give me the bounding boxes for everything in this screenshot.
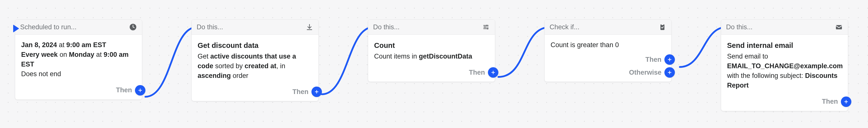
svg-point-1 <box>486 25 488 26</box>
add-then-step-button[interactable] <box>664 54 675 65</box>
node-condition: Count is greater than 0 <box>551 40 665 50</box>
add-step-button[interactable] <box>311 87 322 97</box>
mail-icon <box>835 23 843 31</box>
svg-rect-5 <box>661 24 663 25</box>
add-otherwise-step-button[interactable] <box>664 67 675 78</box>
node-trigger[interactable]: Scheduled to run... Jan 8, 2024 at 9:00 … <box>15 19 142 100</box>
node-check-if[interactable]: Check if... Count is greater than 0 Then… <box>545 19 672 82</box>
node-body: Jan 8, 2024 at 9:00 am ESTEvery week on … <box>15 35 142 84</box>
svg-rect-6 <box>836 25 842 29</box>
node-header: Do this... <box>721 19 848 35</box>
node-count[interactable]: Do this... Count Count items in getDisco… <box>368 19 495 82</box>
then-label: Then <box>116 86 132 94</box>
node-header: Check if... <box>545 19 671 35</box>
node-get-discount-data[interactable]: Do this... Get discount data Get active … <box>191 19 319 101</box>
node-title: Send internal email <box>727 40 842 51</box>
node-body: Send internal email Send email to EMAIL_… <box>721 35 848 95</box>
node-body: Get discount data Get active discounts t… <box>192 35 318 85</box>
node-description: Get active discounts that use a code sor… <box>197 52 312 81</box>
node-body: Count Count items in getDiscountData <box>368 35 495 66</box>
node-body: Count is greater than 0 <box>545 35 671 54</box>
node-description: Count items in getDiscountData <box>374 52 489 61</box>
node-header-label: Scheduled to run... <box>20 23 76 31</box>
node-header-label: Do this... <box>726 23 753 31</box>
then-label: Then <box>646 56 662 63</box>
svg-rect-4 <box>660 24 664 30</box>
node-header-label: Check if... <box>550 23 580 31</box>
node-header: Do this... <box>368 19 495 35</box>
otherwise-label: Otherwise <box>629 69 661 76</box>
svg-point-3 <box>487 28 488 29</box>
add-step-button[interactable] <box>488 67 498 78</box>
then-label: Then <box>292 88 309 96</box>
workflow-canvas[interactable]: Scheduled to run... Jan 8, 2024 at 9:00 … <box>0 0 868 128</box>
node-header: Scheduled to run... <box>15 19 142 35</box>
download-icon <box>306 23 313 31</box>
add-step-button[interactable] <box>841 96 851 107</box>
node-header-label: Do this... <box>373 23 400 31</box>
node-header: Do this... <box>192 19 318 35</box>
then-label: Then <box>822 98 838 105</box>
node-send-email[interactable]: Do this... Send internal email Send emai… <box>721 19 848 111</box>
clipboard-icon <box>658 23 666 31</box>
add-step-button[interactable] <box>135 85 146 95</box>
clock-icon <box>129 23 137 31</box>
then-label: Then <box>469 69 485 76</box>
node-title: Count <box>374 40 489 51</box>
node-description: Send email to EMAIL_TO_CHANGE@example.co… <box>727 52 842 91</box>
node-header-label: Do this... <box>197 23 223 31</box>
svg-point-2 <box>484 26 486 28</box>
schedule-description: Jan 8, 2024 at 9:00 am ESTEvery week on … <box>21 40 136 79</box>
settings-icon <box>482 23 490 31</box>
node-title: Get discount data <box>197 40 312 51</box>
play-icon <box>13 25 19 33</box>
